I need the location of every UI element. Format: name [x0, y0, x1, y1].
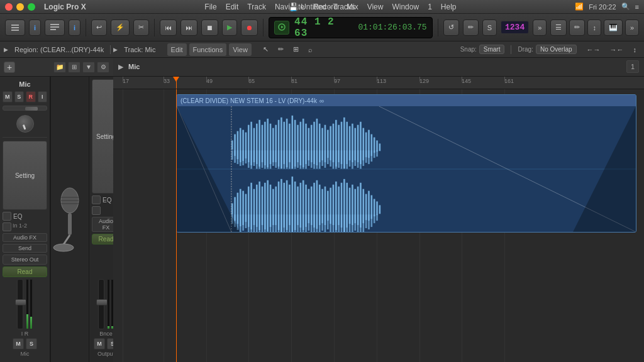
fader-meter-pair	[17, 279, 33, 329]
record-enable-button[interactable]: R	[26, 91, 36, 102]
edit-button[interactable]: Edit	[167, 43, 187, 56]
fader-bar[interactable]	[3, 106, 47, 111]
record-button[interactable]: ⏺	[241, 19, 258, 36]
info-button[interactable]: i	[29, 19, 41, 36]
menu-1[interactable]: 1	[428, 3, 432, 11]
tool-arrow[interactable]: ↖	[259, 43, 272, 56]
mute-button-bottom-2[interactable]: M	[94, 338, 105, 349]
io-toggle-2[interactable]	[92, 206, 101, 215]
automation-read-button[interactable]: Read	[3, 266, 47, 277]
functions-button[interactable]: Functions	[189, 43, 227, 56]
automation-read-button-2[interactable]: Read	[92, 234, 113, 244]
svg-marker-7	[281, 26, 284, 28]
grid-icon-button[interactable]: ⊞	[68, 62, 80, 73]
snap-value[interactable]: Smart	[479, 45, 505, 54]
mix-view-button[interactable]: ↕	[587, 19, 601, 36]
svg-rect-212	[316, 214, 318, 232]
setting-button-1[interactable]: Setting	[3, 141, 47, 210]
svg-rect-207	[303, 214, 304, 232]
ruler-mark-49: 49	[206, 78, 213, 84]
svg-rect-83	[264, 150, 266, 170]
svg-rect-5	[50, 29, 56, 30]
tool-zoom[interactable]: ⌕	[304, 43, 316, 56]
scissors-button[interactable]: ✂	[133, 19, 149, 36]
audio-region[interactable]: (CLEAR DIVIDE) NEW STEM 16 - LV (DRY)-44…	[176, 94, 636, 233]
menu-help[interactable]: Help	[441, 3, 457, 11]
svg-point-14	[53, 244, 74, 251]
audio-fx-button-2[interactable]: Audio FX	[92, 217, 113, 232]
io-toggle[interactable]	[3, 222, 11, 231]
inspector-button[interactable]: i	[69, 19, 80, 36]
audio-fx-button[interactable]: Audio FX	[3, 233, 47, 242]
list-view-button[interactable]: ☰	[550, 19, 567, 36]
play-button[interactable]: ▶	[222, 19, 237, 36]
settings-icon-button[interactable]: ⚙	[97, 62, 109, 73]
view-button[interactable]: View	[229, 43, 252, 56]
solo-button[interactable]: S	[14, 91, 25, 102]
svg-rect-184	[240, 214, 242, 232]
volume-fader-2[interactable]	[98, 279, 104, 329]
timeline-ruler[interactable]: 17 33 49 65 81 97 113 129 145 161	[113, 77, 644, 89]
svg-rect-179	[376, 201, 378, 215]
close-button[interactable]	[5, 3, 13, 11]
snap-label: Snap:	[460, 46, 477, 53]
minimize-button[interactable]	[16, 3, 24, 11]
quantize-button[interactable]: ⚡	[111, 19, 130, 36]
window-controls[interactable]: Logic Pro X	[5, 3, 86, 11]
folder-icon-button[interactable]: 📁	[53, 62, 66, 73]
eq-toggle-2[interactable]	[92, 195, 101, 204]
solo-button-bottom-2[interactable]: S	[107, 338, 113, 349]
tool-select[interactable]: ⊞	[289, 43, 303, 56]
svg-rect-86	[272, 150, 274, 166]
tick-113	[377, 77, 377, 82]
track-header-bar: + 📁 ⊞ ▼ ⚙	[0, 58, 113, 77]
zoom-in-h[interactable]: →←	[606, 43, 628, 56]
zoom-out-v[interactable]: ↕	[630, 43, 641, 56]
pencil-button[interactable]: ✏	[463, 19, 479, 36]
browser-button[interactable]	[45, 19, 65, 36]
tool-pencil[interactable]: ✏	[274, 43, 287, 56]
menu-file[interactable]: File	[204, 3, 216, 11]
output-routing-button[interactable]: Stereo Out	[3, 255, 47, 265]
send-button[interactable]: Send	[3, 244, 47, 253]
eq-toggle[interactable]	[3, 212, 11, 221]
fader-handle-1[interactable]	[15, 299, 26, 305]
undo-button[interactable]: ↩	[91, 19, 107, 36]
menu-edit[interactable]: Edit	[226, 3, 239, 11]
menu-view[interactable]: View	[367, 3, 384, 11]
down-icon-button[interactable]: ▼	[82, 62, 95, 73]
more-views-button[interactable]: »	[625, 19, 639, 36]
mute-button[interactable]: M	[3, 91, 13, 102]
mute-button-bottom[interactable]: M	[13, 338, 24, 349]
snap-button[interactable]: S	[482, 19, 497, 36]
input-monitor-button[interactable]: I	[38, 91, 48, 102]
svg-rect-118	[360, 150, 362, 170]
piano-roll-button[interactable]: 🎹	[604, 19, 623, 36]
edit-view-button[interactable]: ✏	[569, 19, 585, 36]
rewind-button[interactable]: ⏮	[160, 19, 177, 36]
pan-knob[interactable]	[16, 115, 34, 133]
volume-fader-1[interactable]	[17, 279, 23, 329]
add-track-button[interactable]: +	[4, 62, 15, 73]
menu-track[interactable]: Track	[247, 3, 266, 11]
drag-value[interactable]: No Overlap	[536, 45, 577, 54]
maximize-button[interactable]	[28, 3, 35, 11]
svg-rect-90	[283, 150, 285, 170]
window-title: 💾 Untitled - Tracks	[289, 3, 355, 11]
more-button[interactable]: »	[533, 19, 547, 36]
output-name-bottom: Output	[97, 351, 113, 357]
cycle-button[interactable]: ↺	[443, 19, 459, 36]
playhead-head	[173, 77, 179, 82]
arrange-area[interactable]: (CLEAR DIVIDE) NEW STEM 16 - LV (DRY)-44…	[113, 89, 644, 362]
setting-button-2[interactable]: Setting	[92, 79, 113, 194]
fader-handle-2[interactable]	[96, 299, 108, 305]
to-start-button[interactable]: ⏹	[201, 19, 218, 36]
customize-toolbar-button[interactable]	[5, 19, 25, 36]
zoom-out-h[interactable]: ←→	[583, 43, 604, 56]
svg-rect-116	[354, 150, 356, 166]
forward-button[interactable]: ⏭	[180, 19, 197, 36]
solo-button-bottom[interactable]: S	[26, 338, 37, 349]
arrange-track-name: Mic	[128, 63, 140, 70]
menu-window[interactable]: Window	[392, 3, 419, 11]
svg-rect-218	[333, 214, 335, 232]
